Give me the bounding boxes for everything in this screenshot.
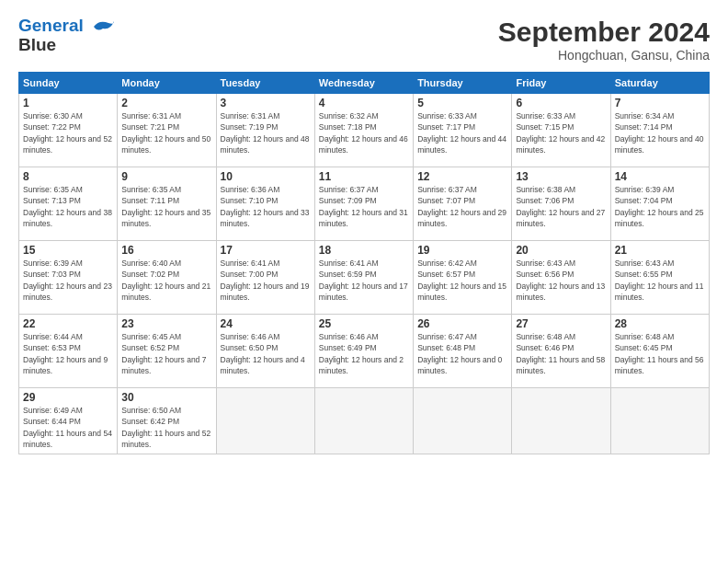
day-number: 26: [417, 317, 507, 330]
day-info: Sunrise: 6:36 AMSunset: 7:10 PMDaylight:…: [221, 185, 310, 228]
day-info: Sunrise: 6:37 AMSunset: 7:07 PMDaylight:…: [417, 185, 506, 228]
day-cell: 22 Sunrise: 6:44 AMSunset: 6:53 PMDaylig…: [19, 315, 118, 388]
day-cell: 15 Sunrise: 6:39 AMSunset: 7:03 PMDaylig…: [19, 241, 118, 315]
day-cell: 21 Sunrise: 6:43 AMSunset: 6:55 PMDaylig…: [610, 241, 709, 315]
week-row-4: 22 Sunrise: 6:44 AMSunset: 6:53 PMDaylig…: [19, 315, 710, 388]
day-cell: 25 Sunrise: 6:46 AMSunset: 6:49 PMDaylig…: [314, 315, 413, 388]
day-info: Sunrise: 6:32 AMSunset: 7:18 PMDaylight:…: [319, 111, 408, 155]
day-cell: 5 Sunrise: 6:33 AMSunset: 7:17 PMDayligh…: [414, 94, 512, 167]
day-number: 17: [221, 244, 311, 257]
day-number: 19: [417, 244, 507, 257]
day-number: 25: [319, 317, 409, 330]
day-cell: 19 Sunrise: 6:42 AMSunset: 6:57 PMDaylig…: [414, 241, 512, 315]
day-number: 27: [516, 317, 606, 330]
day-info: Sunrise: 6:45 AMSunset: 6:52 PMDaylight:…: [121, 332, 206, 375]
day-number: 22: [23, 317, 113, 330]
day-info: Sunrise: 6:39 AMSunset: 7:04 PMDaylight:…: [615, 185, 704, 228]
day-info: Sunrise: 6:49 AMSunset: 6:44 PMDaylight:…: [23, 406, 112, 449]
day-cell: 18 Sunrise: 6:41 AMSunset: 6:59 PMDaylig…: [314, 241, 413, 315]
day-cell: 27 Sunrise: 6:48 AMSunset: 6:46 PMDaylig…: [512, 315, 610, 388]
col-saturday: Saturday: [610, 73, 709, 94]
day-number: 12: [417, 170, 507, 183]
day-info: Sunrise: 6:39 AMSunset: 7:03 PMDaylight:…: [23, 259, 112, 302]
day-cell: 13 Sunrise: 6:38 AMSunset: 7:06 PMDaylig…: [512, 167, 610, 241]
day-cell: 1 Sunrise: 6:30 AMSunset: 7:22 PMDayligh…: [19, 94, 118, 167]
day-number: 29: [23, 391, 113, 404]
day-number: 4: [319, 97, 409, 109]
day-info: Sunrise: 6:46 AMSunset: 6:50 PMDaylight:…: [221, 332, 305, 375]
day-number: 18: [319, 244, 409, 257]
day-info: Sunrise: 6:35 AMSunset: 7:13 PMDaylight:…: [23, 185, 112, 228]
day-cell: 30 Sunrise: 6:50 AMSunset: 6:42 PMDaylig…: [118, 388, 216, 454]
day-cell: 11 Sunrise: 6:37 AMSunset: 7:09 PMDaylig…: [314, 167, 413, 241]
day-info: Sunrise: 6:34 AMSunset: 7:14 PMDaylight:…: [615, 111, 704, 155]
month-title: September 2024: [498, 17, 710, 48]
day-number: 24: [221, 317, 311, 330]
day-number: 23: [121, 317, 211, 330]
day-info: Sunrise: 6:43 AMSunset: 6:56 PMDaylight:…: [516, 259, 605, 302]
day-info: Sunrise: 6:48 AMSunset: 6:46 PMDaylight:…: [516, 332, 605, 375]
col-sunday: Sunday: [19, 73, 118, 94]
day-number: 6: [516, 97, 606, 109]
day-number: 30: [121, 391, 211, 404]
day-cell: 14 Sunrise: 6:39 AMSunset: 7:04 PMDaylig…: [610, 167, 709, 241]
day-number: 14: [615, 170, 705, 183]
logo: General Blue: [18, 17, 116, 55]
day-cell: 24 Sunrise: 6:46 AMSunset: 6:50 PMDaylig…: [216, 315, 314, 388]
day-number: 7: [615, 97, 705, 109]
day-cell: 16 Sunrise: 6:40 AMSunset: 7:02 PMDaylig…: [118, 241, 216, 315]
day-number: 9: [121, 170, 211, 183]
page: General Blue September 2024 Hongchuan, G…: [0, 0, 728, 464]
day-cell: 7 Sunrise: 6:34 AMSunset: 7:14 PMDayligh…: [610, 94, 709, 167]
day-cell: 26 Sunrise: 6:47 AMSunset: 6:48 PMDaylig…: [414, 315, 512, 388]
day-info: Sunrise: 6:31 AMSunset: 7:19 PMDaylight:…: [221, 111, 310, 155]
logo-blue: Blue: [18, 36, 116, 55]
day-number: 15: [23, 244, 113, 257]
day-cell: [610, 388, 709, 454]
day-cell: 9 Sunrise: 6:35 AMSunset: 7:11 PMDayligh…: [118, 167, 216, 241]
day-info: Sunrise: 6:41 AMSunset: 6:59 PMDaylight:…: [319, 259, 408, 302]
day-info: Sunrise: 6:46 AMSunset: 6:49 PMDaylight:…: [319, 332, 404, 375]
col-friday: Friday: [512, 73, 610, 94]
day-info: Sunrise: 6:38 AMSunset: 7:06 PMDaylight:…: [516, 185, 605, 228]
day-cell: 10 Sunrise: 6:36 AMSunset: 7:10 PMDaylig…: [216, 167, 314, 241]
day-cell: 29 Sunrise: 6:49 AMSunset: 6:44 PMDaylig…: [19, 388, 118, 454]
day-info: Sunrise: 6:31 AMSunset: 7:21 PMDaylight:…: [121, 111, 210, 155]
header-row: SundayMondayTuesdayWednesdayThursdayFrid…: [19, 73, 710, 94]
day-number: 13: [516, 170, 606, 183]
day-info: Sunrise: 6:30 AMSunset: 7:22 PMDaylight:…: [23, 111, 112, 155]
day-cell: 23 Sunrise: 6:45 AMSunset: 6:52 PMDaylig…: [118, 315, 216, 388]
col-tuesday: Tuesday: [216, 73, 314, 94]
day-cell: 3 Sunrise: 6:31 AMSunset: 7:19 PMDayligh…: [216, 94, 314, 167]
day-number: 3: [221, 97, 311, 109]
day-cell: 4 Sunrise: 6:32 AMSunset: 7:18 PMDayligh…: [314, 94, 413, 167]
day-cell: [216, 388, 314, 454]
day-cell: 17 Sunrise: 6:41 AMSunset: 7:00 PMDaylig…: [216, 241, 314, 315]
col-monday: Monday: [118, 73, 216, 94]
title-block: September 2024 Hongchuan, Gansu, China: [498, 17, 710, 63]
day-info: Sunrise: 6:35 AMSunset: 7:11 PMDaylight:…: [121, 185, 210, 228]
day-info: Sunrise: 6:41 AMSunset: 7:00 PMDaylight:…: [221, 259, 310, 302]
col-thursday: Thursday: [414, 73, 512, 94]
day-info: Sunrise: 6:47 AMSunset: 6:48 PMDaylight:…: [417, 332, 502, 375]
logo-general: General: [18, 16, 84, 35]
day-cell: [314, 388, 413, 454]
day-number: 8: [23, 170, 113, 183]
day-number: 28: [615, 317, 705, 330]
day-number: 1: [23, 97, 113, 109]
day-cell: 28 Sunrise: 6:48 AMSunset: 6:45 PMDaylig…: [610, 315, 709, 388]
day-info: Sunrise: 6:40 AMSunset: 7:02 PMDaylight:…: [121, 259, 210, 302]
logo-bird-icon: [90, 17, 116, 36]
day-info: Sunrise: 6:33 AMSunset: 7:15 PMDaylight:…: [516, 111, 605, 155]
week-row-1: 1 Sunrise: 6:30 AMSunset: 7:22 PMDayligh…: [19, 94, 710, 167]
day-number: 2: [121, 97, 211, 109]
day-cell: 12 Sunrise: 6:37 AMSunset: 7:07 PMDaylig…: [414, 167, 512, 241]
day-number: 20: [516, 244, 606, 257]
day-cell: 20 Sunrise: 6:43 AMSunset: 6:56 PMDaylig…: [512, 241, 610, 315]
logo-text: General: [18, 17, 116, 36]
header: General Blue September 2024 Hongchuan, G…: [18, 17, 710, 63]
day-cell: [414, 388, 512, 454]
day-cell: 2 Sunrise: 6:31 AMSunset: 7:21 PMDayligh…: [118, 94, 216, 167]
day-info: Sunrise: 6:50 AMSunset: 6:42 PMDaylight:…: [121, 406, 210, 449]
day-info: Sunrise: 6:37 AMSunset: 7:09 PMDaylight:…: [319, 185, 408, 228]
